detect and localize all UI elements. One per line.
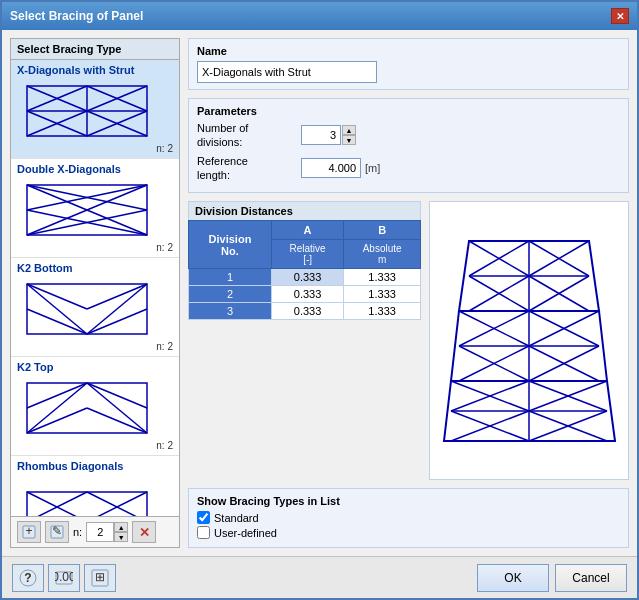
main-window: Select Bracing of Panel ✕ Select Bracing… (0, 0, 639, 600)
show-bracing-label: Show Bracing Types in List (197, 495, 620, 507)
left-panel: Select Bracing Type X-Diagonals with Str… (10, 38, 180, 548)
row3-relative[interactable]: 0.333 (271, 303, 343, 320)
bracing-preview (17, 276, 157, 341)
svg-line-21 (27, 309, 87, 334)
divisions-spin-down[interactable]: ▼ (342, 135, 356, 145)
bottom-left-buttons: ? 0.00 ⊞ (12, 564, 116, 592)
division-table: DivisionNo. A B Relative[-] Absolutem (188, 220, 421, 320)
user-defined-checkbox[interactable] (197, 526, 210, 539)
name-label: Name (197, 45, 620, 57)
window-title: Select Bracing of Panel (10, 9, 143, 23)
row2-no: 2 (189, 286, 272, 303)
bottom-bar: ? 0.00 ⊞ OK Cancel (2, 556, 637, 598)
division-label: Division Distances (188, 201, 421, 220)
svg-line-30 (27, 408, 87, 433)
bracing-label: K2 Top (17, 361, 173, 373)
bracing-item-k2-bottom[interactable]: K2 Bottom n: 2 (11, 258, 179, 357)
delete-button[interactable]: ✕ (132, 521, 156, 543)
standard-label: Standard (214, 512, 259, 524)
name-section: Name (188, 38, 629, 90)
bracing-count: n: 2 (17, 143, 173, 154)
bracing-preview (17, 474, 157, 516)
row1-absolute[interactable]: 1.333 (344, 269, 421, 286)
standard-checkbox-row: Standard (197, 511, 620, 524)
bracing-label: Double X-Diagonals (17, 163, 173, 175)
svg-text:+: + (25, 525, 32, 538)
standard-checkbox[interactable] (197, 511, 210, 524)
svg-line-20 (87, 284, 147, 334)
ref-length-unit: [m] (365, 162, 380, 174)
ref-length-row: Referencelength: [m] (197, 154, 620, 183)
divisions-label: Number ofdivisions: (197, 121, 297, 150)
row3-absolute[interactable]: 1.333 (344, 303, 421, 320)
bottom-right-buttons: OK Cancel (477, 564, 627, 592)
row2-relative[interactable]: 0.333 (271, 286, 343, 303)
col-relative-header: Relative[-] (271, 240, 343, 269)
params-label: Parameters (197, 105, 620, 117)
row2-absolute[interactable]: 1.333 (344, 286, 421, 303)
add-button[interactable]: + (17, 521, 41, 543)
user-defined-label: User-defined (214, 527, 277, 539)
svg-text:✎: ✎ (52, 525, 62, 538)
name-input[interactable] (197, 61, 377, 83)
svg-line-23 (27, 284, 87, 309)
close-button[interactable]: ✕ (611, 8, 629, 24)
show-bracing-section: Show Bracing Types in List Standard User… (188, 488, 629, 548)
title-bar: Select Bracing of Panel ✕ (2, 2, 637, 30)
division-section: Division Distances DivisionNo. A B Relat… (188, 201, 421, 480)
divisions-spin-up[interactable]: ▲ (342, 125, 356, 135)
svg-text:⊞: ⊞ (95, 570, 105, 584)
cancel-button[interactable]: Cancel (555, 564, 627, 592)
svg-text:0.00: 0.00 (55, 570, 73, 584)
bracing-label: X-Diagonals with Strut (17, 64, 173, 76)
bracing-item-double-xdiag[interactable]: Double X-Diagonals n: 2 (11, 159, 179, 258)
divisions-input[interactable] (301, 125, 341, 145)
svg-line-31 (87, 408, 147, 433)
n-label: n: (73, 526, 82, 538)
svg-text:?: ? (24, 571, 31, 585)
col-a-header: A (271, 221, 343, 240)
bracing-count: n: 2 (17, 440, 173, 451)
row1-relative[interactable]: 0.333 (271, 269, 343, 286)
help-button[interactable]: ? (12, 564, 44, 592)
main-content: Select Bracing Type X-Diagonals with Str… (2, 30, 637, 556)
svg-line-27 (87, 383, 147, 433)
col-div-no: DivisionNo. (189, 221, 272, 269)
row3-no: 3 (189, 303, 272, 320)
bracing-count: n: 2 (17, 242, 173, 253)
n-input[interactable] (86, 522, 114, 542)
svg-line-22 (87, 309, 147, 334)
svg-line-29 (87, 383, 147, 408)
middle-area: Division Distances DivisionNo. A B Relat… (188, 201, 629, 480)
params-section: Parameters Number ofdivisions: ▲ ▼ Refer… (188, 98, 629, 193)
n-spin-down[interactable]: ▼ (114, 532, 128, 542)
n-spin-buttons: ▲ ▼ (114, 522, 128, 542)
left-panel-toolbar: + ✎ n: ▲ ▼ ✕ (11, 516, 179, 547)
n-spinner: ▲ ▼ (86, 522, 128, 542)
bracing-count: n: 2 (17, 341, 173, 352)
values-button[interactable]: 0.00 (48, 564, 80, 592)
col-b-header: B (344, 221, 421, 240)
bracing-item-xdiag-strut[interactable]: X-Diagonals with Strut (11, 60, 179, 159)
ok-button[interactable]: OK (477, 564, 549, 592)
svg-line-24 (87, 284, 147, 309)
bracing-preview (17, 375, 157, 440)
large-preview (429, 201, 629, 480)
table-row: 2 0.333 1.333 (189, 286, 421, 303)
table-row: 1 0.333 1.333 (189, 269, 421, 286)
n-spin-up[interactable]: ▲ (114, 522, 128, 532)
bracing-item-k2-top[interactable]: K2 Top n: 2 (11, 357, 179, 456)
ref-length-input[interactable] (301, 158, 361, 178)
bracing-label: Rhombus Diagonals (17, 460, 173, 472)
left-panel-header: Select Bracing Type (11, 39, 179, 60)
svg-line-28 (27, 383, 87, 408)
col-absolute-header: Absolutem (344, 240, 421, 269)
bracing-item-rhombus[interactable]: Rhombus Diagonals (11, 456, 179, 516)
calc-button[interactable]: ⊞ (84, 564, 116, 592)
bracing-list: X-Diagonals with Strut (11, 60, 179, 516)
bracing-preview (17, 177, 157, 242)
edit-button[interactable]: ✎ (45, 521, 69, 543)
right-area: Name Parameters Number ofdivisions: ▲ ▼ (188, 38, 629, 548)
divisions-input-group: ▲ ▼ (301, 125, 356, 145)
svg-line-26 (27, 383, 87, 433)
